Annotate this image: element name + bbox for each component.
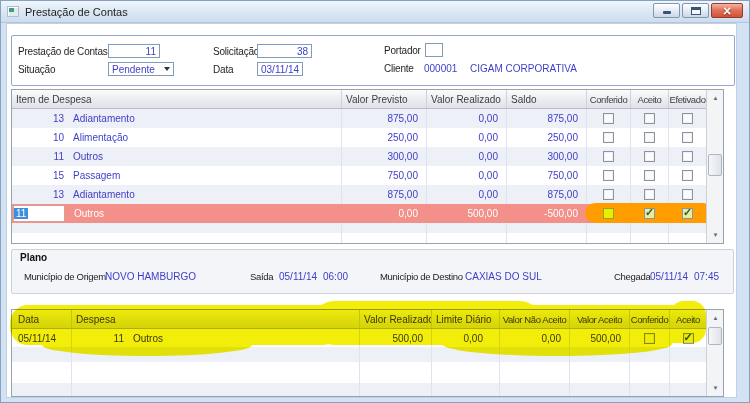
aceito-checkbox[interactable] <box>644 189 655 200</box>
solicitacao-input[interactable]: 38 <box>257 44 312 58</box>
col-limite-diario[interactable]: Limite Diário <box>432 310 500 328</box>
aceito-cell <box>631 109 669 128</box>
item-code: 11 <box>12 151 64 162</box>
conferido-checkbox[interactable] <box>603 151 614 162</box>
conferido-cell <box>587 109 631 128</box>
item-name: Adiantamento <box>73 189 135 200</box>
col-despesa[interactable]: Despesa <box>72 310 360 328</box>
efetivado-checkbox[interactable] <box>682 170 693 181</box>
item-cell: 13Adiantamento <box>12 185 342 204</box>
item-code-editbox[interactable]: 11 <box>13 205 65 222</box>
detail-table-scrollbar[interactable] <box>706 310 723 396</box>
col-conferido[interactable]: Conferido <box>587 90 631 108</box>
valor-previsto-cell: 875,00 <box>342 185 427 204</box>
empty-row <box>12 223 723 233</box>
efetivado-checkbox[interactable] <box>682 113 693 124</box>
aceito-checkbox[interactable] <box>644 170 655 181</box>
prestacao-input[interactable]: 11 <box>108 44 160 58</box>
scroll-up-icon[interactable] <box>708 311 723 325</box>
app-icon <box>7 6 19 17</box>
efetivado-checkbox[interactable] <box>682 151 693 162</box>
situacao-value: Pendente <box>112 64 155 75</box>
conferido-cell <box>587 166 631 185</box>
expense-row[interactable]: 15Passagem 750,00 0,00 750,00 <box>12 166 723 185</box>
item-name: Outros <box>74 208 104 219</box>
empty-row <box>12 233 723 243</box>
col-efetivado[interactable]: Efetivado <box>669 90 706 108</box>
saldo-cell: -500,00 <box>507 204 587 223</box>
col-valor-realizado[interactable]: Valor Realizado <box>427 90 507 108</box>
expense-table: Item de Despesa Valor Previsto Valor Rea… <box>11 89 724 244</box>
expense-row[interactable]: 13Adiantamento 875,00 0,00 875,00 <box>12 109 723 128</box>
despesa-cell: 11Outros <box>72 329 360 347</box>
col-aceito[interactable]: Aceito <box>631 90 669 108</box>
data-input[interactable]: 03/11/14 <box>257 62 303 76</box>
col-item-de-despesa[interactable]: Item de Despesa <box>12 90 342 108</box>
expense-table-scrollbar[interactable] <box>706 90 723 243</box>
situacao-dropdown[interactable]: Pendente <box>108 62 174 76</box>
valor-aceito-cell: 500,00 <box>570 329 630 347</box>
aceito-checkbox[interactable] <box>644 132 655 143</box>
aceito-checkbox[interactable] <box>644 151 655 162</box>
conferido-cell <box>587 128 631 147</box>
item-code: 13 <box>12 189 64 200</box>
despesa-name: Outros <box>133 333 163 344</box>
scroll-down-icon[interactable] <box>708 381 723 395</box>
col-data[interactable]: Data <box>12 310 72 328</box>
efetivado-checkbox[interactable] <box>682 132 693 143</box>
col-valor-previsto[interactable]: Valor Previsto <box>342 90 427 108</box>
efetivado-cell <box>669 185 706 204</box>
expense-row[interactable]: 13Adiantamento 875,00 0,00 875,00 <box>12 185 723 204</box>
aceito-checkbox[interactable] <box>644 208 655 219</box>
conferido-cell <box>587 204 631 223</box>
prestacao-de-contas-window: Prestação de Contas Prestação de Contas … <box>0 0 750 403</box>
conferido-cell <box>587 147 631 166</box>
destino-label: Município de Destino <box>380 271 463 282</box>
close-button[interactable] <box>711 3 743 18</box>
maximize-button[interactable] <box>682 3 709 18</box>
detail-row[interactable]: 05/11/14 11Outros 500,00 0,00 0,00 500,0… <box>12 329 723 347</box>
conferido-checkbox[interactable] <box>603 113 614 124</box>
efetivado-checkbox[interactable] <box>682 208 693 219</box>
scroll-up-icon[interactable] <box>708 91 723 105</box>
aceito-checkbox[interactable] <box>644 113 655 124</box>
expense-row[interactable]: 11Outros 300,00 0,00 300,00 <box>12 147 723 166</box>
editbox-selected-text: 11 <box>14 208 28 219</box>
col-conferido[interactable]: Conferido <box>630 310 670 328</box>
expense-row-selected[interactable]: 11 Outros 0,00 500,00 -500,00 <box>12 204 723 223</box>
cliente-label: Cliente <box>384 63 414 74</box>
aceito-checkbox[interactable] <box>683 333 694 344</box>
conferido-checkbox[interactable] <box>644 333 655 344</box>
saldo-cell: 875,00 <box>507 109 587 128</box>
scroll-down-icon[interactable] <box>708 228 723 242</box>
scroll-thumb[interactable] <box>708 154 722 176</box>
minimize-button[interactable] <box>653 3 680 18</box>
conferido-checkbox[interactable] <box>603 189 614 200</box>
saldo-cell: 750,00 <box>507 166 587 185</box>
chegada-time: 07:45 <box>694 271 719 282</box>
conferido-checkbox[interactable] <box>603 208 614 219</box>
scroll-thumb[interactable] <box>708 327 722 345</box>
conferido-checkbox[interactable] <box>603 132 614 143</box>
col-valor-realizado[interactable]: Valor Realizado <box>360 310 432 328</box>
col-valor-nao-aceito[interactable]: Valor Não Aceito <box>500 310 570 328</box>
origem-value: NOVO HAMBURGO <box>105 271 196 282</box>
col-aceito[interactable]: Aceito <box>670 310 706 328</box>
item-name: Alimentação <box>73 132 128 143</box>
item-code: 15 <box>12 170 64 181</box>
valor-realizado-cell: 0,00 <box>427 109 507 128</box>
header-form: Prestação de Contas 11 Situação Pendente… <box>11 35 735 86</box>
col-saldo[interactable]: Saldo <box>507 90 587 108</box>
item-cell: 11 Outros <box>12 204 342 223</box>
minimize-icon <box>663 11 671 14</box>
col-valor-aceito[interactable]: Valor Aceito <box>570 310 630 328</box>
aceito-cell <box>670 329 706 347</box>
expense-row[interactable]: 10Alimentação 250,00 0,00 250,00 <box>12 128 723 147</box>
despesa-code: 11 <box>72 333 124 344</box>
portador-input[interactable] <box>425 43 443 57</box>
conferido-checkbox[interactable] <box>603 170 614 181</box>
aceito-cell <box>631 204 669 223</box>
conferido-cell <box>630 329 670 347</box>
aceito-cell <box>631 166 669 185</box>
efetivado-checkbox[interactable] <box>682 189 693 200</box>
